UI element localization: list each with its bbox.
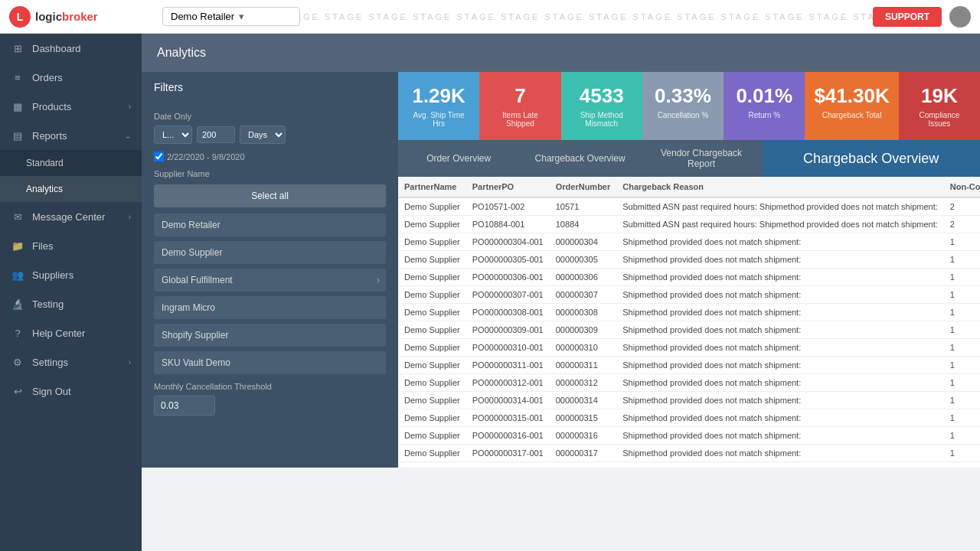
sidebar-item-dashboard[interactable]: ⊞ Dashboard	[0, 34, 142, 63]
table-row[interactable]: Demo SupplierPO000000315-001000000315Shi…	[398, 409, 980, 427]
table-wrapper[interactable]: PartnerName PartnerPO OrderNumber Charge…	[398, 177, 980, 468]
metric-cancellation: 0.33% Cancellation %	[642, 72, 724, 140]
chevron-down-icon: ▾	[239, 11, 244, 22]
retailer-label: Demo Retailer	[171, 11, 234, 22]
stage-text: STAGE STAGE STAGE STAGE STAGE STAGE STAG…	[300, 12, 873, 21]
metric-label: Return %	[733, 111, 795, 119]
sidebar-item-label: Products	[32, 101, 121, 112]
table-row[interactable]: Demo SupplierPO000000314-001000000314Shi…	[398, 392, 980, 409]
table-cell: Shipmethod provided does not match shipm…	[616, 233, 944, 251]
table-cell: Shipmethod provided does not match shipm…	[616, 445, 944, 462]
table-row[interactable]: Demo SupplierPO000000305-001000000305Shi…	[398, 251, 980, 269]
metric-label: Avg. Ship Time Hrs	[407, 111, 470, 128]
table-cell: PO000000310-001	[466, 339, 550, 357]
col-partner-name: PartnerName	[398, 177, 466, 197]
metric-value: 4533	[570, 84, 633, 108]
table-cell: Shipmethod provided does not match shipm…	[616, 286, 944, 304]
sidebar-item-sign-out[interactable]: ↩ Sign Out	[0, 377, 142, 406]
sidebar-item-help-center[interactable]: ? Help Center	[0, 318, 142, 347]
table-row[interactable]: Demo SupplierPO000000309-001000000309Shi…	[398, 321, 980, 339]
table-cell: 000000317	[550, 445, 617, 462]
table-cell: PO000000304-001	[466, 233, 550, 251]
table-row[interactable]: Demo SupplierPO000000317-001000000317Shi…	[398, 445, 980, 462]
supplier-sku-vault[interactable]: SKU Vault Demo	[154, 351, 386, 374]
tab-chargeback-overview[interactable]: Chargeback Overview	[519, 140, 640, 177]
table-cell: Submitted ASN past required hours: Shipm…	[616, 216, 944, 233]
tab-vendor-chargeback[interactable]: Vendor Chargeback Report	[641, 140, 762, 177]
tab-order-overview[interactable]: Order Overview	[398, 140, 519, 177]
avatar[interactable]	[949, 6, 971, 28]
sidebar-item-testing[interactable]: 🔬 Testing	[0, 289, 142, 318]
sidebar-item-files[interactable]: 📁 Files	[0, 231, 142, 260]
support-button[interactable]: SUPPORT	[873, 7, 942, 27]
chevron-down-icon: ⌄	[125, 132, 131, 140]
table-cell: Demo Supplier	[398, 304, 466, 321]
supplier-demo-retailer[interactable]: Demo Retailer	[154, 214, 386, 236]
supplier-shopify[interactable]: Shopify Supplier	[154, 324, 386, 347]
table-row[interactable]: Demo SupplierPO000000316-001000000316Shi…	[398, 427, 980, 445]
orders-icon: ≡	[11, 70, 24, 84]
logo-text: logicbroker	[35, 10, 98, 23]
duration-unit-select[interactable]: Days	[240, 126, 286, 144]
sidebar-item-message-center[interactable]: ✉ Message Center ›	[0, 202, 142, 231]
supplier-ingram-micro[interactable]: Ingram Micro	[154, 296, 386, 319]
table-cell: Demo Supplier	[398, 374, 466, 392]
select-all-button[interactable]: Select all	[154, 184, 386, 207]
table-row[interactable]: Demo SupplierPO000000312-001000000312Shi…	[398, 374, 980, 392]
date-range-text: 2/22/2020 - 9/8/2020	[167, 152, 245, 161]
table-row[interactable]: Demo SupplierPO000000308-001000000308Shi…	[398, 304, 980, 321]
chargeback-table: PartnerName PartnerPO OrderNumber Charge…	[398, 177, 980, 468]
metric-label: Cancellation %	[652, 111, 714, 119]
table-row[interactable]: Demo SupplierPO10884-00110884Submitted A…	[398, 216, 980, 233]
date-range-checkbox[interactable]	[154, 152, 164, 161]
sidebar-item-standard[interactable]: Standard	[0, 150, 142, 176]
table-row[interactable]: Demo SupplierPO10571-00210571Submitted A…	[398, 197, 980, 216]
filter-panel: Filters Date Only L... Days	[142, 72, 398, 468]
table-cell: Shipmethod provided does not match shipm…	[616, 339, 944, 357]
table-cell: PO000000311-001	[466, 357, 550, 374]
sidebar-item-reports[interactable]: ▤ Reports ⌄	[0, 121, 142, 150]
table-cell: PO000000306-001	[466, 269, 550, 286]
table-cell: PO000000314-001	[466, 392, 550, 409]
table-cell: 10571	[550, 197, 617, 216]
metric-label: Items Late Shipped	[488, 111, 551, 128]
sidebar-item-settings[interactable]: ⚙ Settings ›	[0, 347, 142, 377]
supplier-demo-supplier[interactable]: Demo Supplier	[154, 241, 386, 264]
table-cell: 2	[944, 216, 980, 233]
table-row[interactable]: Demo SupplierPO000000310-001000000310Shi…	[398, 339, 980, 357]
table-cell: 000000304	[550, 233, 617, 251]
sidebar-item-label: Settings	[32, 357, 121, 368]
table-cell: PO000000307-001	[466, 286, 550, 304]
sidebar-item-products[interactable]: ▦ Products ›	[0, 92, 142, 121]
table-row[interactable]: Demo SupplierPO000000311-001000000311Shi…	[398, 357, 980, 374]
sidebar-item-label: Sign Out	[32, 386, 131, 397]
table-cell: Shipmethod provided does not match shipm…	[616, 374, 944, 392]
metric-avg-ship-time: 1.29K Avg. Ship Time Hrs	[398, 72, 479, 140]
table-cell: 2	[944, 197, 980, 216]
table-cell: Shipmethod provided does not match shipm…	[616, 251, 944, 269]
page-header: Analytics	[142, 34, 980, 72]
threshold-input[interactable]	[154, 396, 215, 416]
table-row[interactable]: Demo SupplierPO000000306-001000000306Shi…	[398, 269, 980, 286]
supplier-global-fulfillment[interactable]: Global Fulfillment ›	[154, 269, 386, 292]
table-row[interactable]: Demo SupplierPO000000307-001000000307Shi…	[398, 286, 980, 304]
metric-return: 0.01% Return %	[724, 72, 805, 140]
table-row[interactable]: Demo SupplierPO000000318-001000000318Shi…	[398, 462, 980, 468]
table-cell: 1	[944, 304, 980, 321]
sidebar-item-analytics[interactable]: Analytics	[0, 176, 142, 202]
sidebar-item-suppliers[interactable]: 👥 Suppliers	[0, 260, 142, 289]
sidebar-item-orders[interactable]: ≡ Orders	[0, 63, 142, 92]
table-cell: 1	[944, 462, 980, 468]
duration-value-input[interactable]	[197, 126, 235, 143]
supplier-label: Supplier Name	[154, 169, 386, 178]
retailer-selector[interactable]: Demo Retailer ▾	[162, 7, 300, 26]
table-cell: 000000315	[550, 409, 617, 427]
filter-date-row: 2/22/2020 - 9/8/2020	[154, 152, 386, 161]
table-row[interactable]: Demo SupplierPO000000304-001000000304Shi…	[398, 233, 980, 251]
files-icon: 📁	[11, 239, 24, 253]
filter-header: Filters	[142, 72, 398, 103]
topbar: L logicbroker Demo Retailer ▾ STAGE STAG…	[0, 0, 980, 34]
content-body: Filters Date Only L... Days	[142, 72, 980, 468]
duration-prefix-select[interactable]: L...	[154, 126, 192, 144]
content-area: Analytics Filters Date Only L... Day	[142, 34, 980, 551]
